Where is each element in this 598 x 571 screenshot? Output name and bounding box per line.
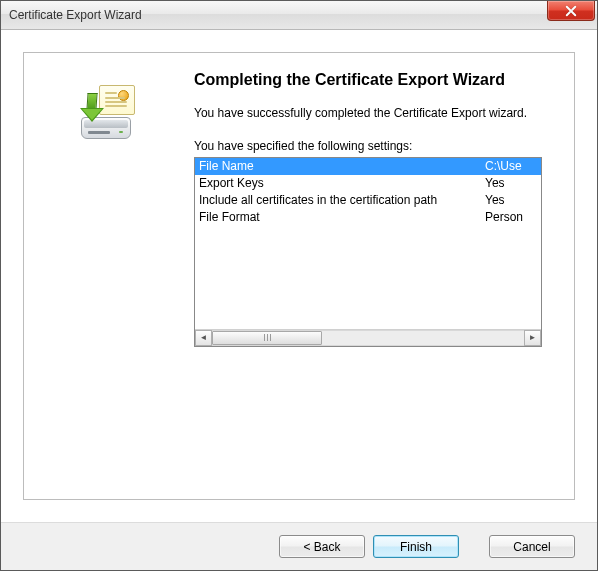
scroll-track[interactable] xyxy=(212,330,524,346)
listview-body[interactable]: File Name C:\Use Export Keys Yes Include… xyxy=(195,158,541,329)
list-row[interactable]: Include all certificates in the certific… xyxy=(195,192,541,209)
wizard-window: Certificate Export Wizard xyxy=(0,0,598,571)
wizard-panel: Completing the Certificate Export Wizard… xyxy=(23,52,575,500)
settings-label: You have specified the following setting… xyxy=(194,139,558,153)
finish-button[interactable]: Finish xyxy=(373,535,459,558)
horizontal-scrollbar[interactable]: ◄ ► xyxy=(195,329,541,346)
close-icon xyxy=(565,5,577,17)
list-cell-value: C:\Use xyxy=(483,158,541,175)
download-arrow-icon xyxy=(77,93,101,123)
content-wrap: Completing the Certificate Export Wizard… xyxy=(1,30,597,522)
certificate-export-icon xyxy=(77,85,137,141)
scroll-thumb[interactable] xyxy=(212,331,322,345)
settings-listview[interactable]: File Name C:\Use Export Keys Yes Include… xyxy=(194,157,542,347)
wizard-success-text: You have successfully completed the Cert… xyxy=(194,105,558,121)
titlebar[interactable]: Certificate Export Wizard xyxy=(1,1,597,30)
wizard-button-row: < Back Finish Cancel xyxy=(1,522,597,570)
scroll-right-button[interactable]: ► xyxy=(524,330,541,346)
list-cell-name: Include all certificates in the certific… xyxy=(195,192,483,209)
list-cell-value: Yes xyxy=(483,192,541,209)
window-body: Completing the Certificate Export Wizard… xyxy=(1,30,597,570)
cancel-button[interactable]: Cancel xyxy=(489,535,575,558)
list-cell-name: Export Keys xyxy=(195,175,483,192)
list-cell-value: Person xyxy=(483,209,541,226)
list-row[interactable]: Export Keys Yes xyxy=(195,175,541,192)
list-cell-name: File Name xyxy=(195,158,483,175)
window-title: Certificate Export Wizard xyxy=(9,8,142,22)
wizard-main: Completing the Certificate Export Wizard… xyxy=(190,53,574,499)
list-cell-name: File Format xyxy=(195,209,483,226)
list-cell-value: Yes xyxy=(483,175,541,192)
list-row[interactable]: File Name C:\Use xyxy=(195,158,541,175)
back-button[interactable]: < Back xyxy=(279,535,365,558)
wizard-sidebar xyxy=(24,53,190,499)
list-row[interactable]: File Format Person xyxy=(195,209,541,226)
wizard-heading: Completing the Certificate Export Wizard xyxy=(194,69,558,91)
close-button[interactable] xyxy=(547,1,595,21)
scroll-left-button[interactable]: ◄ xyxy=(195,330,212,346)
